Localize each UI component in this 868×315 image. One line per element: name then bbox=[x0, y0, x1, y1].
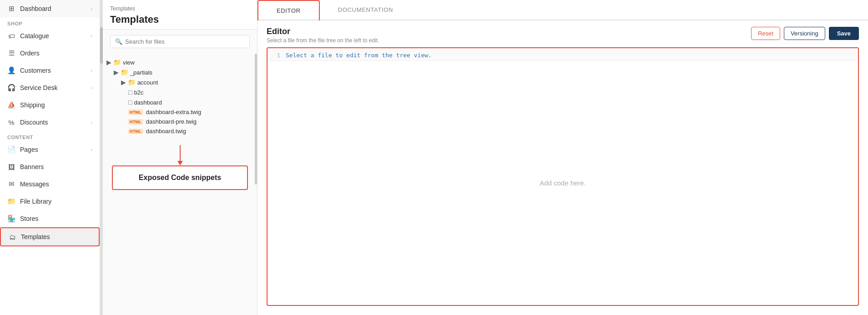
catalogue-icon: 🏷 bbox=[7, 32, 15, 40]
sidebar-item-templates[interactable]: 🗂 Templates bbox=[0, 227, 100, 246]
callout-box: Exposed Code snippets bbox=[112, 165, 248, 190]
sidebar-item-orders[interactable]: ☰ Orders bbox=[0, 45, 100, 62]
code-text: Select a file to edit from the tree view… bbox=[286, 52, 432, 59]
callout-text: Exposed Code snippets bbox=[139, 174, 221, 181]
tab-editor[interactable]: EDITOR bbox=[257, 0, 320, 20]
sidebar-item-stores[interactable]: 🏪 Stores bbox=[0, 210, 100, 227]
pages-icon: 📄 bbox=[7, 145, 15, 154]
sidebar-item-label: Catalogue bbox=[20, 32, 49, 40]
folder-outline-icon: □ bbox=[128, 99, 132, 106]
tree-node-label: dashboard-extra.twig bbox=[146, 109, 201, 115]
templates-icon: 🗂 bbox=[8, 233, 16, 241]
sidebar: ⊞ Dashboard › SHOP 🏷 Catalogue › ☰ Order… bbox=[0, 0, 100, 315]
folder-icon: ▶ 📁 bbox=[114, 69, 128, 76]
arrow-head-icon bbox=[177, 161, 183, 165]
breadcrumb: Templates bbox=[110, 5, 250, 12]
chevron-right-icon: › bbox=[91, 33, 92, 39]
chevron-right-icon: › bbox=[91, 120, 92, 125]
page-title: Templates bbox=[110, 14, 250, 25]
versioning-button[interactable]: Versioning bbox=[784, 27, 825, 40]
sidebar-item-banners[interactable]: 🖼 Banners bbox=[0, 158, 100, 175]
customers-icon: 👤 bbox=[7, 66, 15, 75]
code-editor-area[interactable]: 1 Select a file to edit from the tree vi… bbox=[267, 47, 859, 306]
search-wrapper: 🔍 bbox=[110, 35, 250, 48]
html-badge: HTML bbox=[128, 119, 143, 125]
tree-node-dashboard-folder[interactable]: □ dashboard bbox=[103, 97, 257, 107]
tree-node-label: view bbox=[123, 59, 135, 66]
search-input[interactable] bbox=[125, 38, 245, 45]
save-button[interactable]: Save bbox=[829, 27, 859, 40]
tree-node-label: dashboard.twig bbox=[146, 128, 186, 135]
arrow-line bbox=[180, 145, 181, 161]
folder-icon: ▶ 📁 bbox=[106, 59, 121, 66]
filetree-header: Templates Templates bbox=[103, 0, 257, 30]
chevron-right-icon: › bbox=[91, 6, 92, 11]
reset-button[interactable]: Reset bbox=[751, 27, 780, 40]
tree-node-b2c[interactable]: □ b2c bbox=[103, 87, 257, 97]
stores-icon: 🏪 bbox=[7, 215, 15, 223]
editor-toolbar: Editor Select a file from the file tree … bbox=[257, 20, 868, 47]
shop-section-label: SHOP bbox=[0, 17, 100, 27]
code-line-1: 1 Select a file to edit from the tree vi… bbox=[267, 48, 858, 61]
editor-title: Editor bbox=[267, 27, 379, 36]
orders-icon: ☰ bbox=[7, 49, 15, 57]
tree-node-partials[interactable]: ▶ 📁 _partials bbox=[103, 67, 257, 77]
file-library-icon: 📁 bbox=[7, 197, 15, 205]
sidebar-item-label: Orders bbox=[20, 50, 40, 57]
sidebar-item-label: Messages bbox=[20, 180, 49, 188]
search-icon: 🔍 bbox=[115, 38, 122, 45]
sidebar-item-label: Shipping bbox=[20, 101, 45, 109]
sidebar-item-pages[interactable]: 📄 Pages › bbox=[0, 141, 100, 158]
sidebar-item-shipping[interactable]: ⛵ Shipping bbox=[0, 96, 100, 114]
tree-node-dashboard-twig[interactable]: HTML dashboard.twig bbox=[103, 126, 257, 136]
placeholder-text: Add code here. bbox=[540, 179, 586, 187]
sidebar-item-label: Pages bbox=[20, 146, 38, 153]
sidebar-item-label: Discounts bbox=[20, 119, 48, 126]
dashboard-icon: ⊞ bbox=[7, 5, 15, 13]
sidebar-item-dashboard[interactable]: ⊞ Dashboard › bbox=[0, 0, 100, 17]
tree-node-account[interactable]: ▶ 📁 account bbox=[103, 77, 257, 87]
chevron-right-icon: › bbox=[91, 68, 92, 73]
filetree-content: ▶ 📁 view ▶ 📁 _partials ▶ 📁 account □ b2c… bbox=[103, 54, 257, 315]
folder-icon: ▶ 📁 bbox=[121, 79, 136, 86]
line-number: 1 bbox=[267, 52, 286, 59]
sidebar-item-label: File Library bbox=[20, 198, 51, 205]
sidebar-item-service-desk[interactable]: 🎧 Service Desk › bbox=[0, 79, 100, 96]
chevron-right-icon: › bbox=[91, 147, 92, 152]
tree-node-label: account bbox=[137, 79, 158, 86]
editor-tabs: EDITOR DOCUMENTATION bbox=[257, 0, 868, 20]
sidebar-item-label: Customers bbox=[20, 67, 51, 74]
tree-node-dashboard-extra[interactable]: HTML dashboard-extra.twig bbox=[103, 107, 257, 117]
html-badge: HTML bbox=[128, 129, 143, 134]
messages-icon: ✉ bbox=[7, 180, 15, 188]
content-section-label: CONTENT bbox=[0, 131, 100, 141]
tree-node-label: dashboard-pre.twig bbox=[146, 118, 197, 125]
editor-info: Editor Select a file from the file tree … bbox=[267, 27, 379, 44]
sidebar-item-catalogue[interactable]: 🏷 Catalogue › bbox=[0, 27, 100, 45]
sidebar-item-label: Dashboard bbox=[20, 5, 51, 12]
filetree-scrollbar-thumb[interactable] bbox=[255, 54, 257, 185]
sidebar-item-messages[interactable]: ✉ Messages bbox=[0, 175, 100, 193]
callout-arrow bbox=[112, 145, 248, 165]
discounts-icon: % bbox=[7, 118, 15, 126]
sidebar-item-customers[interactable]: 👤 Customers › bbox=[0, 62, 100, 79]
search-container: 🔍 bbox=[103, 30, 257, 54]
tree-node-label: b2c bbox=[134, 89, 143, 96]
tree-node-view[interactable]: ▶ 📁 view bbox=[103, 57, 257, 67]
chevron-right-icon: › bbox=[91, 85, 92, 90]
sidebar-item-file-library[interactable]: 📁 File Library bbox=[0, 193, 100, 210]
sidebar-item-discounts[interactable]: % Discounts › bbox=[0, 114, 100, 131]
editor-subtitle: Select a file from the file tree on the … bbox=[267, 37, 379, 44]
service-desk-icon: 🎧 bbox=[7, 84, 15, 92]
sidebar-item-label: Banners bbox=[20, 163, 44, 170]
html-badge: HTML bbox=[128, 110, 143, 115]
tree-node-label: _partials bbox=[130, 69, 152, 76]
tree-node-dashboard-pre[interactable]: HTML dashboard-pre.twig bbox=[103, 117, 257, 126]
tab-documentation[interactable]: DOCUMENTATION bbox=[320, 0, 411, 20]
shipping-icon: ⛵ bbox=[7, 101, 15, 109]
folder-outline-icon: □ bbox=[128, 89, 132, 96]
banners-icon: 🖼 bbox=[7, 163, 15, 171]
sidebar-item-label: Stores bbox=[20, 215, 38, 222]
tree-node-label: dashboard bbox=[134, 99, 161, 106]
callout-annotation: Exposed Code snippets bbox=[112, 145, 248, 190]
